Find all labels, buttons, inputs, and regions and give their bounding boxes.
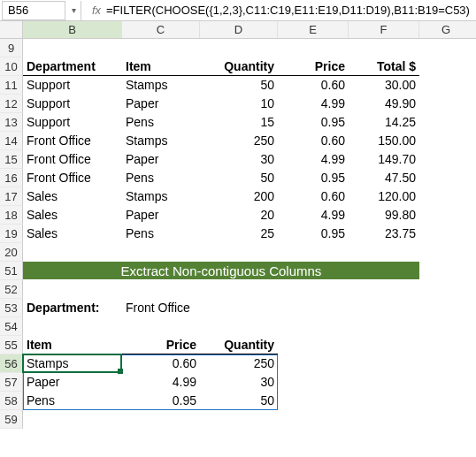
cell[interactable]: Support: [23, 113, 122, 132]
result-cell[interactable]: Stamps: [23, 354, 122, 373]
cell[interactable]: Stamps: [122, 132, 200, 150]
cell[interactable]: [122, 280, 200, 299]
cell[interactable]: [23, 410, 122, 429]
cell[interactable]: 47.50: [349, 169, 419, 187]
cell[interactable]: 10: [200, 95, 278, 113]
cell[interactable]: Pens: [122, 225, 200, 243]
cell[interactable]: 0.95: [278, 113, 349, 132]
cell[interactable]: [419, 354, 472, 373]
header-total[interactable]: Total $: [349, 57, 419, 76]
filter-label[interactable]: Department:: [23, 299, 122, 317]
result-cell[interactable]: Pens: [23, 392, 122, 410]
cell[interactable]: [349, 317, 419, 336]
cell[interactable]: [200, 299, 278, 317]
row-header[interactable]: 56: [0, 354, 23, 373]
row-header[interactable]: 10: [0, 57, 23, 76]
cell[interactable]: 4.99: [278, 95, 349, 113]
fx-icon[interactable]: fx: [88, 4, 103, 17]
header-quantity[interactable]: Quantity: [200, 57, 278, 76]
col-header-B[interactable]: B: [23, 21, 122, 38]
cell[interactable]: [23, 280, 122, 299]
cell[interactable]: Pens: [122, 113, 200, 132]
cell[interactable]: Front Office: [23, 132, 122, 150]
cell[interactable]: [419, 206, 472, 225]
cell[interactable]: Paper: [122, 206, 200, 225]
cell[interactable]: 50: [200, 76, 278, 95]
cell[interactable]: [349, 280, 419, 299]
cell[interactable]: [278, 299, 349, 317]
row-header[interactable]: 17: [0, 187, 23, 206]
cell[interactable]: [349, 39, 419, 57]
cell[interactable]: 0.60: [278, 76, 349, 95]
cell[interactable]: [349, 410, 419, 429]
cell[interactable]: [200, 317, 278, 336]
cell[interactable]: [349, 392, 419, 410]
cell[interactable]: 25: [200, 225, 278, 243]
cell[interactable]: 30: [200, 150, 278, 169]
cell[interactable]: [278, 317, 349, 336]
formula-input[interactable]: =FILTER(CHOOSE({1,2,3},C11:C19,E11:E19,D…: [103, 4, 476, 17]
cell[interactable]: Support: [23, 95, 122, 113]
cell[interactable]: [200, 410, 278, 429]
result-cell[interactable]: 30: [200, 373, 278, 392]
result-cell[interactable]: 4.99: [122, 373, 200, 392]
name-box[interactable]: B56: [2, 1, 65, 20]
cell[interactable]: Paper: [122, 150, 200, 169]
cell[interactable]: 4.99: [278, 206, 349, 225]
cell[interactable]: [122, 317, 200, 336]
cell[interactable]: [23, 39, 122, 57]
cell[interactable]: 20: [200, 206, 278, 225]
cell[interactable]: [419, 243, 472, 262]
result-header-item[interactable]: Item: [23, 336, 122, 354]
cell[interactable]: Front Office: [23, 169, 122, 187]
row-header[interactable]: 51: [0, 262, 23, 280]
cell[interactable]: Stamps: [122, 76, 200, 95]
cell[interactable]: 30.00: [349, 76, 419, 95]
row-header[interactable]: 58: [0, 392, 23, 410]
cell[interactable]: [278, 373, 349, 392]
cell[interactable]: [419, 317, 472, 336]
result-cell[interactable]: Paper: [23, 373, 122, 392]
cell[interactable]: 99.80: [349, 206, 419, 225]
row-header[interactable]: 14: [0, 132, 23, 150]
col-header-G[interactable]: G: [419, 21, 472, 38]
cell[interactable]: [419, 113, 472, 132]
cell[interactable]: [278, 39, 349, 57]
row-header[interactable]: 13: [0, 113, 23, 132]
cell[interactable]: [419, 299, 472, 317]
cell[interactable]: [278, 280, 349, 299]
cell[interactable]: [122, 39, 200, 57]
row-header[interactable]: 55: [0, 336, 23, 354]
cell[interactable]: 0.95: [278, 225, 349, 243]
row-header[interactable]: 9: [0, 39, 23, 57]
cell[interactable]: 23.75: [349, 225, 419, 243]
cell[interactable]: [200, 243, 278, 262]
cell[interactable]: [419, 410, 472, 429]
cell[interactable]: [419, 262, 472, 280]
cell[interactable]: [23, 317, 122, 336]
cell[interactable]: [419, 373, 472, 392]
cell[interactable]: Pens: [122, 169, 200, 187]
cell[interactable]: 0.60: [278, 187, 349, 206]
cell[interactable]: 0.95: [278, 169, 349, 187]
row-header[interactable]: 16: [0, 169, 23, 187]
header-item[interactable]: Item: [122, 57, 200, 76]
row-header[interactable]: 15: [0, 150, 23, 169]
row-header[interactable]: 18: [0, 206, 23, 225]
cell[interactable]: 150.00: [349, 132, 419, 150]
cell[interactable]: 250: [200, 132, 278, 150]
cell[interactable]: [419, 225, 472, 243]
header-price[interactable]: Price: [278, 57, 349, 76]
cell[interactable]: [419, 95, 472, 113]
cell[interactable]: Sales: [23, 187, 122, 206]
row-header[interactable]: 54: [0, 317, 23, 336]
cell[interactable]: 14.25: [349, 113, 419, 132]
cell[interactable]: 0.60: [278, 132, 349, 150]
row-header[interactable]: 53: [0, 299, 23, 317]
cell[interactable]: 149.70: [349, 150, 419, 169]
cell[interactable]: [419, 57, 472, 76]
cell[interactable]: [122, 243, 200, 262]
result-cell[interactable]: 50: [200, 392, 278, 410]
cell[interactable]: Sales: [23, 225, 122, 243]
cell[interactable]: [419, 336, 472, 354]
